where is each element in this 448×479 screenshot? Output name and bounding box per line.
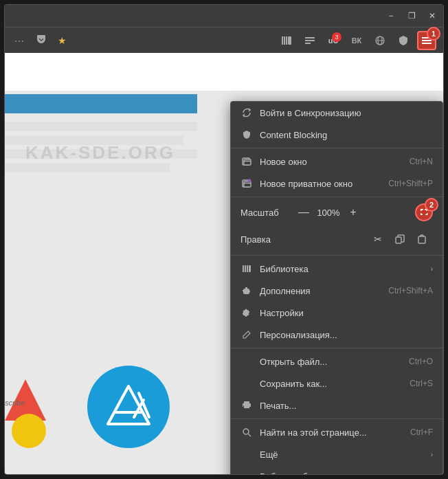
svg-rect-1 (284, 36, 285, 45)
menu-item-open-file[interactable]: Открыть файл... Ctrl+O (231, 350, 443, 372)
menu-item-library[interactable]: Библиотека › (231, 258, 443, 280)
svg-rect-27 (245, 265, 246, 272)
find-label: Найти на этой странице... (260, 427, 405, 438)
divider-3 (231, 255, 443, 256)
open-file-label: Открыть файл... (260, 357, 403, 367)
title-bar-buttons: − ❐ ✕ (385, 10, 438, 21)
zoom-fullscreen-button[interactable]: 2 (415, 203, 433, 221)
menu-item-addons[interactable]: Дополнения Ctrl+Shift+A (231, 280, 443, 302)
pocket-icon[interactable] (33, 31, 49, 49)
menu-item-print[interactable]: Печать... (231, 394, 443, 416)
library-button[interactable] (277, 31, 296, 50)
vk-button[interactable]: ВК (347, 31, 366, 50)
svg-rect-2 (286, 36, 287, 45)
menu-item-devtools[interactable]: Веб-разработка › (231, 465, 443, 475)
private-icon (240, 179, 253, 188)
bookmark-icon[interactable]: ★ (55, 32, 69, 49)
nav-more-button[interactable]: ··· (12, 32, 27, 49)
menu-item-settings[interactable]: Настройки (231, 302, 443, 324)
personalize-icon (240, 330, 253, 339)
divider-4 (231, 348, 443, 348)
svg-rect-12 (422, 43, 432, 44)
svg-rect-18 (244, 159, 251, 165)
edit-copy-button[interactable] (389, 230, 411, 249)
content-line-1 (5, 122, 197, 131)
menu-button[interactable]: 1 (417, 31, 436, 50)
svg-rect-26 (243, 265, 244, 272)
menu-badge-1: 1 (427, 27, 440, 41)
divider-2 (231, 197, 443, 197)
save-as-label: Сохранить как... (260, 379, 404, 389)
zoom-minus-button[interactable]: — (295, 204, 312, 221)
uc-button[interactable]: uC 3 (324, 31, 343, 50)
svg-point-23 (248, 179, 251, 183)
watermark-text: KAK-SDE.ORG (25, 142, 175, 164)
private-window-shortcut: Ctrl+Shift+P (388, 179, 433, 188)
library-arrow: › (431, 265, 433, 273)
blue-bar (5, 94, 197, 113)
zoom-value: 100% (312, 208, 345, 218)
block-icon (240, 130, 253, 140)
library-menu-label: Библиотека (260, 264, 425, 274)
sync-label: Войти в Синхронизацию (260, 108, 433, 118)
find-icon (240, 427, 253, 437)
menu-item-sync[interactable]: Войти в Синхронизацию (231, 102, 443, 124)
devtools-arrow: › (431, 473, 433, 476)
divider-5 (231, 419, 443, 419)
devtools-label: Веб-разработка (260, 471, 425, 476)
zoom-label: Масштаб (240, 208, 295, 218)
edit-cut-button[interactable]: ✂ (367, 230, 389, 249)
menu-item-zoom: Масштаб — 100% + 2 (231, 199, 443, 225)
divider-1 (231, 148, 443, 148)
new-window-label: Новое окно (260, 157, 404, 167)
menu-item-edit: Правка ✂ (231, 225, 443, 253)
menu-item-new-window[interactable]: Новое окно Ctrl+N (231, 151, 443, 172)
svg-rect-25 (418, 236, 425, 243)
content-blocking-label: Content Blocking (260, 130, 433, 140)
sync-icon (240, 108, 253, 118)
settings-label: Настройки (260, 308, 433, 318)
page-header (5, 53, 443, 91)
nav-right-icons: uC 3 ВК (277, 31, 436, 50)
svg-line-31 (249, 434, 251, 437)
title-bar: − ❐ ✕ (5, 5, 443, 27)
app-icon-circle (87, 366, 170, 448)
restore-button[interactable]: ❐ (406, 10, 417, 21)
settings-icon (240, 308, 253, 318)
library-menu-icon (240, 264, 253, 274)
newwin-icon (240, 157, 253, 166)
page-content: KAK-SDE.ORG scribe (5, 53, 443, 475)
private-window-label: Новое приватное окно (260, 179, 383, 189)
nav-bar: ··· ★ (5, 27, 443, 53)
browser-window: − ❐ ✕ ··· ★ (4, 4, 444, 475)
edit-label: Правка (240, 234, 367, 245)
edit-paste-button[interactable] (411, 230, 433, 249)
print-label: Печать... (260, 401, 433, 411)
menu-item-content-blocking[interactable]: Content Blocking (231, 124, 443, 146)
find-shortcut: Ctrl+F (410, 427, 433, 437)
svg-point-30 (243, 429, 249, 434)
close-button[interactable]: ✕ (427, 10, 438, 21)
menu-item-private-window[interactable]: Новое приватное окно Ctrl+Shift+P (231, 172, 443, 194)
globe-button[interactable] (370, 31, 390, 50)
uc-badge: 3 (332, 32, 341, 42)
addons-shortcut: Ctrl+Shift+A (388, 286, 433, 296)
svg-rect-6 (305, 43, 311, 44)
reader-mode-button[interactable] (300, 31, 320, 50)
addons-icon (240, 286, 253, 296)
minimize-button[interactable]: − (385, 10, 396, 21)
shield-button[interactable] (394, 31, 413, 50)
menu-item-more[interactable]: Ещё › (231, 443, 443, 465)
svg-rect-29 (249, 265, 251, 272)
svg-rect-28 (247, 265, 248, 272)
menu-item-find[interactable]: Найти на этой странице... Ctrl+F (231, 421, 443, 443)
svg-rect-24 (396, 237, 401, 243)
addons-label: Дополнения (260, 286, 383, 296)
svg-rect-4 (305, 37, 315, 38)
menu-item-save-as[interactable]: Сохранить как... Ctrl+S (231, 372, 443, 394)
svg-rect-0 (282, 36, 283, 45)
badge-2: 2 (425, 198, 438, 212)
open-file-shortcut: Ctrl+O (409, 357, 433, 366)
zoom-plus-button[interactable]: + (345, 204, 361, 221)
menu-item-personalize[interactable]: Персонализация... (231, 324, 443, 346)
